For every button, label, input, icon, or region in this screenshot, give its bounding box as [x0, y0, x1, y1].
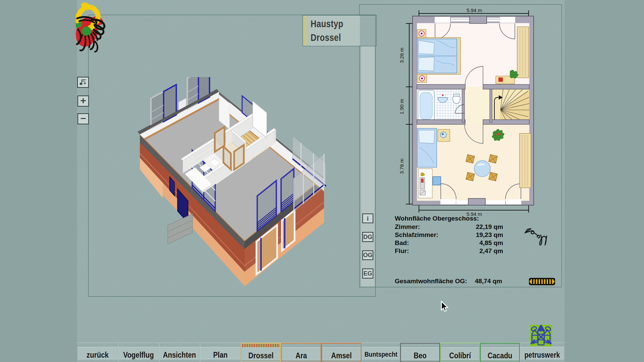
svg-text:3.26 m: 3.26 m: [399, 48, 405, 63]
svg-text:5.94 m: 5.94 m: [467, 211, 482, 217]
svg-text:1.90 m: 1.90 m: [399, 99, 405, 114]
svg-text:3.76 m: 3.76 m: [399, 159, 405, 174]
svg-text:5.94 m: 5.94 m: [467, 7, 482, 13]
